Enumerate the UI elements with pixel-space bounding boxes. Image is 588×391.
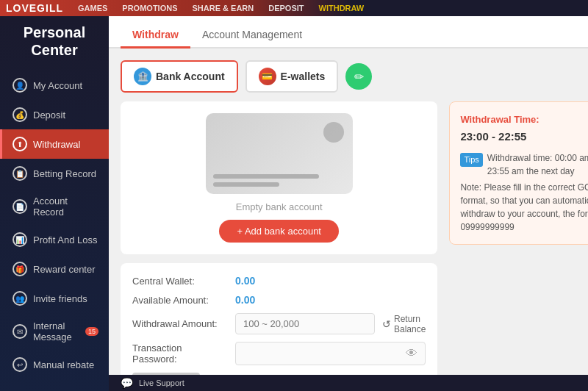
tips-badge: Tips: [460, 153, 482, 168]
bank-card-visual: [206, 113, 353, 194]
sidebar-label-withdrawal: Withdrawal: [33, 139, 80, 150]
ewallet-label: E-wallets: [281, 71, 326, 82]
transaction-password-label: Transaction Password:: [132, 342, 228, 365]
sidebar-title: PersonalCenter: [24, 24, 85, 59]
nav-games[interactable]: GAMES: [78, 4, 107, 12]
return-balance-btn[interactable]: ↺ Return Balance: [382, 314, 426, 334]
edit-button[interactable]: ✏: [345, 63, 372, 90]
central-wallet-label: Central Wallet:: [132, 276, 228, 287]
card-line-2: [213, 182, 279, 187]
withdrawal-icon: ⬆: [12, 137, 27, 151]
right-panel: Withdrawal Time: 23:00 - 22:55 Tips With…: [449, 101, 588, 375]
bank-icon: 🏦: [134, 68, 151, 85]
note-text: Note: Please fill in the correct GCASH f…: [460, 181, 588, 234]
tab-withdraw[interactable]: Withdraw: [121, 23, 190, 49]
nav-promotions[interactable]: PROMOTIONS: [122, 4, 177, 12]
withdrawal-time-value: 23:00 - 22:55: [460, 128, 588, 146]
main-split: Empty bank account + Add bank account Ce…: [121, 101, 576, 375]
content-body: 🏦 Bank Account 💳 E-wallets ✏: [109, 49, 588, 375]
add-bank-account-button[interactable]: + Add bank account: [219, 220, 339, 243]
betting-record-icon: 📋: [12, 166, 27, 181]
card-line-1: [213, 174, 319, 179]
live-support-label: Live Support: [139, 379, 184, 387]
content-area: Withdraw Account Management 🏦 Bank Accou…: [109, 16, 588, 391]
brand-logo: LOVEGILL: [6, 2, 63, 14]
central-wallet-value: 0.00: [235, 275, 255, 287]
nav-withdraw[interactable]: WITHDRAW: [319, 4, 365, 12]
sidebar-label-deposit: Deposit: [33, 110, 65, 121]
sidebar-label-manual-rebate: Manual rebate: [33, 359, 94, 370]
return-balance-label: Return Balance: [394, 314, 426, 334]
ewallet-icon: 💳: [259, 68, 276, 85]
nav-deposit[interactable]: DEPOSIT: [268, 4, 304, 12]
sidebar-item-manual-rebate[interactable]: ↩ Manual rebate: [0, 350, 109, 379]
internal-message-icon: ✉: [12, 324, 27, 339]
refresh-icon: ↺: [382, 318, 391, 330]
bank-account-label: Bank Account: [156, 71, 225, 82]
withdrawal-time-label: Withdrawal Time:: [460, 112, 588, 128]
withdrawal-info-box: Withdrawal Time: 23:00 - 22:55 Tips With…: [449, 101, 588, 245]
form-row-withdrawal-amount: Withdrawal Amount: ↺ Return Balance: [132, 313, 426, 334]
tips-row: Tips Withdrawal time: 00:00 am - 23:55 a…: [460, 151, 588, 178]
eye-icon[interactable]: 👁: [406, 347, 417, 360]
main-layout: PersonalCenter 👤 My Account 💰 Deposit ⬆ …: [0, 16, 588, 391]
nav-share-earn[interactable]: SHARE & EARN: [193, 4, 254, 12]
tab-account-management[interactable]: Account Management: [190, 23, 314, 49]
card-lines: [213, 174, 345, 187]
bank-card-area: Empty bank account + Add bank account: [121, 101, 437, 254]
payment-methods: 🏦 Bank Account 💳 E-wallets ✏: [121, 60, 576, 93]
tab-bar: Withdraw Account Management: [109, 16, 588, 49]
form-row-available-amount: Available Amount: 0.00: [132, 294, 426, 306]
left-panel: Empty bank account + Add bank account Ce…: [121, 101, 437, 375]
manual-rebate-icon: ↩: [12, 357, 27, 372]
message-badge: 15: [85, 327, 98, 336]
sidebar-label-invite-friends: Invite friends: [33, 293, 87, 304]
sidebar-item-reward-center[interactable]: 🎁 Reward center: [0, 254, 109, 284]
add-bank-label: + Add bank account: [237, 226, 321, 237]
sidebar-item-invite-friends[interactable]: 👥 Invite friends: [0, 284, 109, 313]
card-circle-decoration: [323, 122, 344, 143]
reward-center-icon: 🎁: [12, 262, 27, 276]
sidebar-label-my-account: My Account: [33, 80, 82, 91]
sidebar-item-deposit[interactable]: 💰 Deposit: [0, 100, 109, 129]
empty-bank-label: Empty bank account: [236, 201, 323, 212]
tips-text: Withdrawal time: 00:00 am - 23:55 am the…: [487, 151, 588, 178]
sidebar-item-profit-loss[interactable]: 📊 Profit And Loss: [0, 225, 109, 254]
form-section: Central Wallet: 0.00 Available Amount: 0…: [121, 263, 437, 375]
bank-account-btn[interactable]: 🏦 Bank Account: [121, 60, 238, 93]
form-row-central-wallet: Central Wallet: 0.00: [132, 275, 426, 287]
sidebar-label-betting-record: Betting Record: [33, 168, 96, 179]
sidebar-item-internal-message[interactable]: ✉ Internal Message 15: [0, 313, 109, 350]
top-nav: LOVEGILL GAMES PROMOTIONS SHARE & EARN D…: [0, 0, 588, 16]
ewallets-btn[interactable]: 💳 E-wallets: [245, 60, 339, 93]
sidebar-label-account-record: Account Record: [33, 196, 98, 218]
sidebar-item-my-account[interactable]: 👤 My Account: [0, 71, 109, 100]
deposit-icon: 💰: [12, 107, 27, 122]
invite-friends-icon: 👥: [12, 291, 27, 306]
available-amount-label: Available Amount:: [132, 295, 228, 306]
sidebar-label-reward-center: Reward center: [33, 264, 96, 275]
sidebar-item-betting-record[interactable]: 📋 Betting Record: [0, 159, 109, 188]
profit-loss-icon: 📊: [12, 232, 27, 247]
sidebar: PersonalCenter 👤 My Account 💰 Deposit ⬆ …: [0, 16, 109, 391]
account-record-icon: 📄: [12, 199, 27, 214]
withdrawal-amount-input[interactable]: [235, 313, 375, 334]
form-row-transaction-password: Transaction Password: 👁: [132, 342, 426, 365]
sidebar-item-account-record[interactable]: 📄 Account Record: [0, 188, 109, 225]
available-amount-value: 0.00: [235, 294, 255, 306]
live-support-bar[interactable]: 💬 Live Support: [109, 375, 588, 391]
my-account-icon: 👤: [12, 78, 27, 93]
sidebar-label-internal-message: Internal Message: [33, 320, 79, 342]
withdrawal-amount-label: Withdrawal Amount:: [132, 318, 228, 329]
sidebar-item-withdrawal[interactable]: ⬆ Withdrawal: [0, 129, 109, 159]
sidebar-label-profit-loss: Profit And Loss: [33, 234, 97, 245]
